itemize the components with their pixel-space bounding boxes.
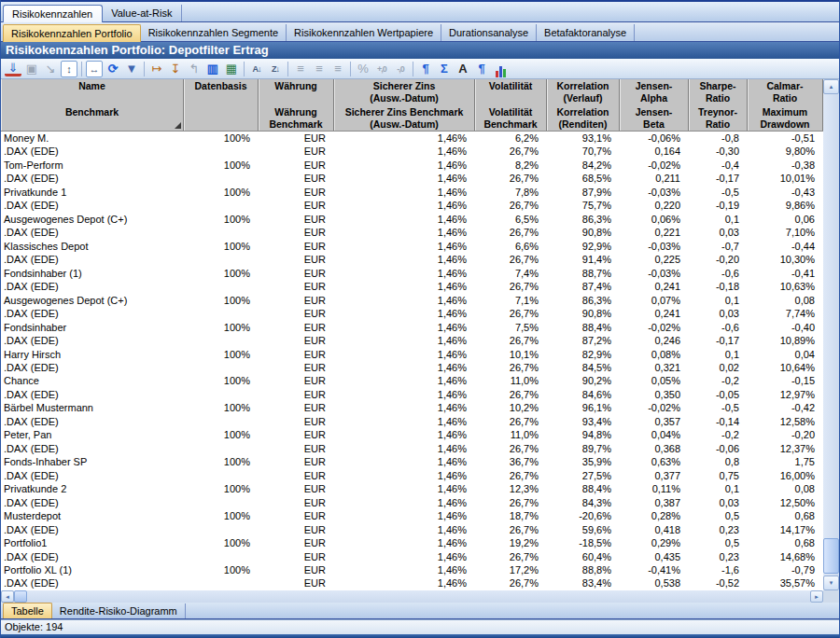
table-row[interactable]: Privatkunde 1100%EUR1,46%7,8%87,9%-0,03%… (1, 186, 823, 199)
table-row[interactable]: .DAX (EDE)EUR1,46%26,7%84,5%0,3210,0210,… (1, 361, 823, 374)
column-header-sicherer-zins[interactable]: Sicherer Zins (Ausw.-Datum)Sicherer Zins… (334, 79, 475, 131)
select-columns-icon[interactable]: ▦ (223, 61, 240, 77)
table-row[interactable]: Tom-Perform100%EUR1,46%8,2%84,2%-0,02%-0… (1, 159, 823, 172)
tab-risikokennzahlen-portfolio[interactable]: Risikokennzahlen Portfolio (3, 24, 141, 42)
sort-descending-icon[interactable]: Z↓ (267, 61, 284, 77)
tab-risikokennzahlen[interactable]: Risikokennzahlen (3, 5, 103, 22)
table-row[interactable]: Fonds-Inhaber SP100%EUR1,46%36,7%35,9%0,… (1, 455, 823, 468)
table-row[interactable]: Privatkunde 2100%EUR1,46%12,3%88,4%0,11%… (1, 482, 823, 495)
column-statistics-icon[interactable]: ▥ (204, 61, 221, 77)
filter-icon[interactable]: ▼ (123, 61, 140, 77)
scroll-left-icon[interactable]: ◄ (1, 590, 14, 603)
column-header-calmar[interactable]: Calmar- RatioMaximum Drawdown (748, 79, 823, 131)
table-cell: 1,46% (334, 482, 475, 495)
column-header-jensen[interactable]: Jensen- AlphaJensen- Beta (620, 79, 689, 131)
table-row[interactable]: Bärbel Mustermann100%EUR1,46%10,2%96,1%-… (1, 401, 823, 414)
font-icon[interactable]: A (455, 61, 471, 77)
table-cell: 1,46% (334, 226, 475, 239)
table-cell: 100% (184, 240, 259, 253)
table-cell: 0,350 (620, 388, 689, 401)
column-label-top: Name (1, 79, 183, 105)
table-row[interactable]: .DAX (EDE)EUR1,46%26,7%90,8%0,2210,037,1… (1, 226, 823, 239)
table-cell: 0,1 (689, 482, 748, 495)
table-row[interactable]: .DAX (EDE)EUR1,46%26,7%93,4%0,357-0,1412… (1, 415, 823, 428)
vertical-scrollbar[interactable]: ▲ ▼ (823, 79, 839, 590)
insert-column-icon[interactable]: ↦ (148, 61, 165, 77)
table-row[interactable]: Ausgewogenes Depot (C+)100%EUR1,46%6,5%8… (1, 213, 823, 226)
column-header-währung[interactable]: WährungWährung Benchmark (259, 79, 334, 131)
table-row[interactable]: .DAX (EDE)EUR1,46%26,7%89,7%0,368-0,0612… (1, 442, 823, 455)
table-row[interactable]: .DAX (EDE)EUR1,46%26,7%27,5%0,3770,7516,… (1, 469, 823, 482)
table-row[interactable]: .DAX (EDE)EUR1,46%26,7%91,4%0,225-0,2010… (1, 253, 823, 266)
table-cell: Portfolio XL (1) (1, 563, 184, 576)
table-row[interactable]: .DAX (EDE)EUR1,46%26,7%87,2%0,246-0,1710… (1, 334, 823, 347)
row-statistics-icon[interactable]: ¶ (417, 61, 434, 77)
add-column-icon[interactable]: ↧ (167, 61, 184, 77)
view-tab-rendite-risiko-diagramm[interactable]: Rendite-Risiko-Diagramm (52, 603, 186, 618)
table-row[interactable]: Musterdepot100%EUR1,46%18,7%-20,6%0,28%0… (1, 509, 823, 522)
table-cell: EUR (259, 186, 334, 199)
table-row[interactable]: Klassisches Depot100%EUR1,46%6,6%92,9%-0… (1, 240, 823, 253)
table-cell: 6,5% (475, 213, 547, 226)
table-row[interactable]: .DAX (EDE)EUR1,46%26,7%84,6%0,350-0,0512… (1, 388, 823, 401)
optimize-row-height-icon[interactable]: ↕ (61, 61, 77, 77)
column-filter-icon[interactable]: ¶ (473, 61, 490, 77)
table-row[interactable]: Portfolio1100%EUR1,46%19,2%-18,5%0,29%0,… (1, 536, 823, 549)
table-row[interactable]: Harry Hirsch100%EUR1,46%10,1%82,9%0,08%0… (1, 348, 823, 361)
tab-betafaktoranalyse[interactable]: Betafaktoranalyse (537, 24, 635, 41)
table-cell: 7,4% (475, 267, 547, 280)
horizontal-scroll-thumb[interactable] (14, 590, 27, 603)
sort-ascending-icon[interactable]: A↓ (248, 61, 265, 77)
refresh-icon[interactable]: ⟳ (105, 61, 121, 77)
table-row[interactable]: Peter, Pan100%EUR1,46%11,0%94,8%0,04%-0,… (1, 428, 823, 441)
table-row[interactable]: .DAX (EDE)EUR1,46%26,7%83,4%0,538-0,5235… (1, 576, 823, 589)
scroll-down-icon[interactable]: ▼ (823, 576, 839, 590)
tab-risikokennzahlen-segmente[interactable]: Risikokennzahlen Segmente (141, 24, 287, 41)
view-tabstrip: TabelleRendite-Risiko-Diagramm (1, 603, 839, 619)
table-cell: -0,02% (620, 401, 689, 414)
table-row[interactable]: Money M.100%EUR1,46%6,2%93,1%-0,06%-0,8-… (1, 132, 823, 145)
table-row[interactable]: .DAX (EDE)EUR1,46%26,7%60,4%0,4350,2314,… (1, 550, 823, 563)
table-row[interactable]: .DAX (EDE)EUR1,46%26,7%59,6%0,4180,2314,… (1, 523, 823, 536)
table-row[interactable]: .DAX (EDE)EUR1,46%26,7%90,8%0,2410,037,7… (1, 307, 823, 320)
table-row[interactable]: .DAX (EDE)EUR1,46%26,7%68,5%0,211-0,1710… (1, 172, 823, 185)
table-area: NameBenchmarkDatenbasisWährungWährung Be… (1, 79, 839, 590)
scroll-up-icon[interactable]: ▲ (823, 79, 839, 94)
optimize-column-width-icon[interactable]: ↔ (86, 61, 103, 77)
table-cell: Privatkunde 2 (1, 482, 184, 495)
column-header-sharpe[interactable]: Sharpe- RatioTreynor- Ratio (689, 79, 748, 131)
sum-icon[interactable]: Σ (436, 61, 453, 77)
table-row[interactable]: .DAX (EDE)EUR1,46%26,7%70,7%0,164-0,309,… (1, 145, 823, 158)
horizontal-scroll-track[interactable] (27, 590, 810, 603)
table-cell (184, 576, 259, 589)
table-row[interactable]: Chance100%EUR1,46%11,0%90,2%0,05%-0,2-0,… (1, 374, 823, 387)
tab-value-at-risk[interactable]: Value-at-Risk (103, 5, 182, 21)
vertical-scroll-thumb[interactable] (823, 538, 839, 574)
table-cell: EUR (259, 536, 334, 549)
export-table-icon[interactable]: ⇓ (5, 61, 21, 76)
table-cell: 35,9% (547, 455, 620, 468)
toolbar-separator (244, 62, 245, 76)
table-cell: 0,04% (620, 428, 689, 441)
table-cell: 0,11% (620, 482, 689, 495)
column-label-bottom: Korrelation (Renditen) (547, 105, 619, 132)
table-row[interactable]: Fondsinhaber (1)100%EUR1,46%7,4%88,7%-0,… (1, 267, 823, 280)
column-header-volatilität[interactable]: VolatilitätVolatilität Benchmark (475, 79, 547, 131)
table-row[interactable]: Fondsinhaber100%EUR1,46%7,5%88,4%-0,02%-… (1, 321, 823, 334)
table-row[interactable]: .DAX (EDE)EUR1,46%26,7%84,3%0,3870,0312,… (1, 496, 823, 509)
column-header-name[interactable]: NameBenchmark (1, 79, 184, 131)
tab-risikokennzahlen-wertpapiere[interactable]: Risikokennzahlen Wertpapiere (287, 24, 441, 41)
chart-view-icon[interactable] (492, 61, 509, 77)
horizontal-scrollbar[interactable]: ◄ ► (1, 590, 823, 603)
table-row[interactable]: Ausgewogenes Depot (C+)100%EUR1,46%7,1%8… (1, 294, 823, 307)
tab-durationsanalyse[interactable]: Durationsanalyse (441, 24, 537, 41)
table-cell: 11,0% (475, 374, 547, 387)
table-row[interactable]: Portfolio XL (1)100%EUR1,46%17,2%88,8%-0… (1, 563, 823, 576)
view-tab-tabelle[interactable]: Tabelle (3, 603, 52, 618)
table-row[interactable]: .DAX (EDE)EUR1,46%26,7%87,4%0,241-0,1810… (1, 280, 823, 293)
column-header-datenbasis[interactable]: Datenbasis (184, 79, 259, 131)
table-row[interactable]: .DAX (EDE)EUR1,46%26,7%75,7%0,220-0,199,… (1, 199, 823, 212)
column-header-korrelation[interactable]: Korrelation (Verlauf)Korrelation (Rendit… (547, 79, 620, 131)
vertical-scroll-track[interactable] (823, 94, 839, 576)
scroll-right-icon[interactable]: ► (810, 590, 823, 603)
